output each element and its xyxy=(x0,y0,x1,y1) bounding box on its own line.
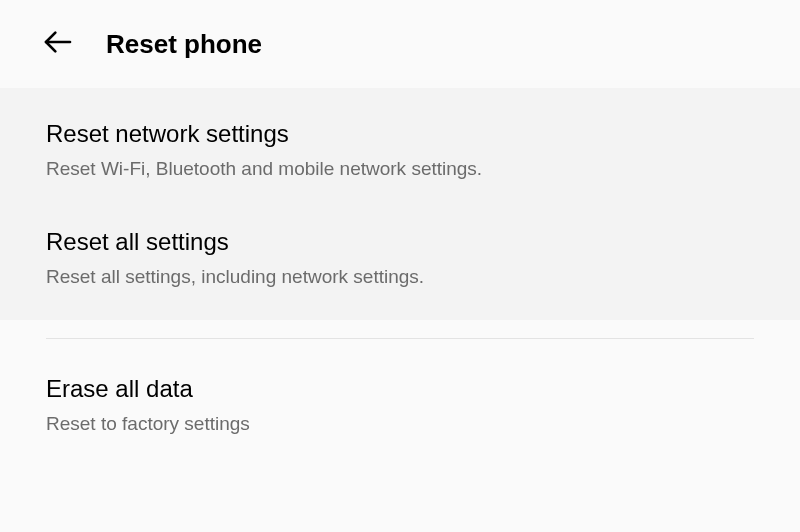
reset-all-settings-option[interactable]: Reset all settings Reset all settings, i… xyxy=(0,204,800,312)
option-title: Reset all settings xyxy=(46,228,754,256)
page-title: Reset phone xyxy=(106,29,262,60)
reset-network-settings-option[interactable]: Reset network settings Reset Wi-Fi, Blue… xyxy=(0,96,800,204)
arrow-left-icon xyxy=(42,26,74,62)
option-subtitle: Reset Wi-Fi, Bluetooth and mobile networ… xyxy=(46,158,754,180)
option-title: Erase all data xyxy=(46,375,754,403)
option-subtitle: Reset to factory settings xyxy=(46,413,754,435)
erase-data-group: Erase all data Reset to factory settings xyxy=(0,339,800,459)
option-title: Reset network settings xyxy=(46,120,754,148)
option-subtitle: Reset all settings, including network se… xyxy=(46,266,754,288)
header: Reset phone xyxy=(0,0,800,88)
reset-options-group: Reset network settings Reset Wi-Fi, Blue… xyxy=(0,88,800,320)
erase-all-data-option[interactable]: Erase all data Reset to factory settings xyxy=(0,351,800,459)
back-button[interactable] xyxy=(40,26,76,62)
